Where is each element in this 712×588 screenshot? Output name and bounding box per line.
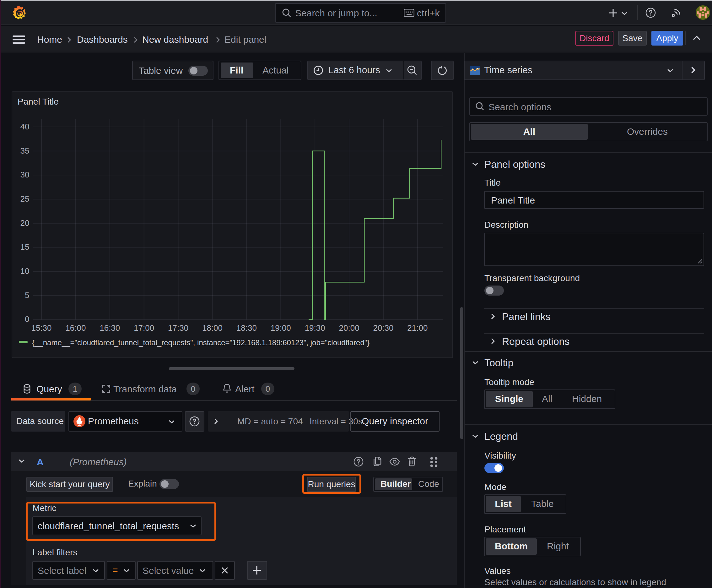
svg-text:18:00: 18:00: [202, 323, 222, 333]
svg-text:20:00: 20:00: [339, 323, 360, 333]
svg-text:16:00: 16:00: [65, 323, 86, 333]
svg-text:19:00: 19:00: [271, 323, 291, 333]
svg-text:18:30: 18:30: [236, 323, 257, 333]
svg-text:17:00: 17:00: [134, 323, 154, 333]
svg-text:15: 15: [20, 242, 29, 252]
svg-text:19:30: 19:30: [305, 323, 325, 333]
svg-text:5: 5: [25, 291, 29, 300]
svg-text:0: 0: [25, 314, 29, 324]
svg-text:30: 30: [20, 170, 29, 180]
svg-text:16:30: 16:30: [100, 323, 120, 333]
svg-text:10: 10: [20, 266, 29, 276]
svg-text:25: 25: [20, 194, 29, 204]
svg-text:40: 40: [20, 122, 29, 131]
svg-text:20: 20: [20, 218, 29, 228]
svg-text:17:30: 17:30: [168, 323, 188, 333]
svg-text:35: 35: [20, 146, 29, 155]
svg-text:20:30: 20:30: [373, 323, 393, 333]
svg-text:15:30: 15:30: [31, 323, 51, 333]
svg-text:21:00: 21:00: [407, 323, 428, 333]
